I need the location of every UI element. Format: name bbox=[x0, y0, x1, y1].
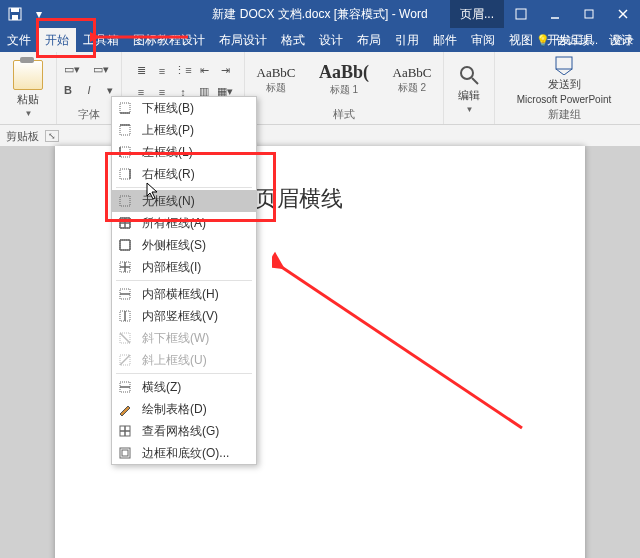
svg-rect-49 bbox=[122, 450, 128, 456]
login-link[interactable]: 登录 bbox=[612, 33, 634, 48]
menu-item-grid[interactable]: 查看网格线(G) bbox=[112, 420, 256, 442]
style-0[interactable]: AaBbC标题 bbox=[243, 62, 309, 98]
tell-me-icon: 💡 bbox=[536, 34, 550, 47]
numbering-button[interactable]: ≡ bbox=[152, 61, 172, 81]
menu-item-none[interactable]: 无框线(N) bbox=[112, 190, 256, 212]
menu-item-label: 斜下框线(W) bbox=[142, 330, 209, 347]
send-label: 发送到 bbox=[548, 77, 581, 92]
menu-item-label: 左框线(L) bbox=[142, 144, 193, 161]
menu-item-dialog[interactable]: 边框和底纹(O)... bbox=[112, 442, 256, 464]
close-button[interactable] bbox=[606, 0, 640, 28]
paste-button[interactable]: 粘贴 ▼ bbox=[9, 60, 47, 118]
svg-rect-19 bbox=[120, 196, 130, 206]
border-left-icon bbox=[116, 143, 134, 161]
menu-item-top[interactable]: 上框线(P) bbox=[112, 119, 256, 141]
menu-item-bottom[interactable]: 下框线(B) bbox=[112, 97, 256, 119]
border-diagDown-icon bbox=[116, 329, 134, 347]
increase-indent-button[interactable]: ⇥ bbox=[215, 61, 235, 81]
svg-rect-3 bbox=[516, 9, 526, 19]
tab-0[interactable]: 开始 bbox=[38, 28, 76, 52]
tell-me[interactable]: 告诉我... bbox=[556, 33, 598, 48]
font-size-dropdown[interactable]: ▭▾ bbox=[87, 59, 115, 79]
svg-rect-15 bbox=[120, 147, 130, 157]
border-insideV-icon bbox=[116, 307, 134, 325]
border-insideH-icon bbox=[116, 285, 134, 303]
border-grid-icon bbox=[116, 422, 134, 440]
menu-item-hr[interactable]: 横线(Z) bbox=[112, 376, 256, 398]
menu-item-label: 查看网格线(G) bbox=[142, 423, 219, 440]
border-outside-icon bbox=[116, 236, 134, 254]
tab-9[interactable]: 审阅 bbox=[464, 28, 502, 52]
menu-item-diagDown: 斜下框线(W) bbox=[112, 327, 256, 349]
font-family-dropdown[interactable]: ▭▾ bbox=[58, 59, 86, 79]
menu-item-label: 无框线(N) bbox=[142, 193, 195, 210]
italic-button[interactable]: I bbox=[79, 80, 99, 100]
edit-button[interactable]: 编辑 ▼ bbox=[454, 64, 484, 114]
menu-item-diagUp: 斜上框线(U) bbox=[112, 349, 256, 371]
tab-2[interactable]: 图标教程设计 bbox=[126, 28, 212, 52]
tab-file[interactable]: 文件 bbox=[0, 28, 38, 52]
decrease-indent-button[interactable]: ⇤ bbox=[194, 61, 214, 81]
style-1[interactable]: AaBb(标题 1 bbox=[311, 59, 377, 100]
tab-4[interactable]: 格式 bbox=[274, 28, 312, 52]
header-link[interactable]: 页眉... bbox=[450, 0, 504, 28]
svg-rect-13 bbox=[120, 125, 130, 135]
tab-3[interactable]: 布局设计 bbox=[212, 28, 274, 52]
svg-line-9 bbox=[472, 78, 478, 84]
menu-item-right[interactable]: 右框线(R) bbox=[112, 163, 256, 185]
bullets-button[interactable]: ≣ bbox=[131, 61, 151, 81]
maximize-button[interactable] bbox=[572, 0, 606, 28]
clipboard-label: 剪贴板 bbox=[6, 129, 39, 144]
menu-item-all[interactable]: 所有框线(A) bbox=[112, 212, 256, 234]
menu-item-inside[interactable]: 内部框线(I) bbox=[112, 256, 256, 278]
svg-point-8 bbox=[461, 67, 473, 79]
tab-7[interactable]: 引用 bbox=[388, 28, 426, 52]
send-icon bbox=[552, 55, 576, 75]
tab-10[interactable]: 视图 bbox=[502, 28, 540, 52]
border-top-icon bbox=[116, 121, 134, 139]
tab-5[interactable]: 设计 bbox=[312, 28, 350, 52]
menu-item-label: 下框线(B) bbox=[142, 100, 194, 117]
paste-label: 粘贴 bbox=[17, 92, 39, 107]
bold-button[interactable]: B bbox=[58, 80, 78, 100]
multilevel-button[interactable]: ⋮≡ bbox=[173, 61, 193, 81]
save-button[interactable] bbox=[4, 3, 26, 25]
tab-6[interactable]: 布局 bbox=[350, 28, 388, 52]
page-header-text: 页眉横线 bbox=[255, 184, 343, 214]
tab-8[interactable]: 邮件 bbox=[426, 28, 464, 52]
clipboard-pane-header: 剪贴板 ⤡ bbox=[0, 125, 640, 147]
menu-item-label: 内部竖框线(V) bbox=[142, 308, 218, 325]
edit-label: 编辑 bbox=[458, 88, 480, 103]
dialog-launcher-icon[interactable]: ⤡ bbox=[45, 130, 59, 142]
chevron-down-icon: ▼ bbox=[25, 109, 33, 118]
minimize-button[interactable] bbox=[538, 0, 572, 28]
svg-rect-2 bbox=[12, 15, 18, 20]
clipboard-icon bbox=[13, 60, 43, 90]
ribbon-options-icon[interactable] bbox=[504, 0, 538, 28]
menu-item-label: 外侧框线(S) bbox=[142, 237, 206, 254]
menu-item-outside[interactable]: 外侧框线(S) bbox=[112, 234, 256, 256]
menu-item-insideV[interactable]: 内部竖框线(V) bbox=[112, 305, 256, 327]
svg-rect-17 bbox=[120, 169, 130, 179]
border-bottom-icon bbox=[116, 99, 134, 117]
menu-item-left[interactable]: 左框线(L) bbox=[112, 141, 256, 163]
border-all-icon bbox=[116, 214, 134, 232]
svg-rect-1 bbox=[11, 8, 19, 12]
menu-item-label: 内部框线(I) bbox=[142, 259, 201, 276]
menu-item-insideH[interactable]: 内部横框线(H) bbox=[112, 283, 256, 305]
menu-item-draw[interactable]: 绘制表格(D) bbox=[112, 398, 256, 420]
group-new-label: 新建组 bbox=[548, 105, 581, 124]
qat-more-icon[interactable]: ▾ bbox=[28, 3, 50, 25]
svg-rect-10 bbox=[556, 57, 572, 69]
send-to-powerpoint-button[interactable]: 发送到 Microsoft PowerPoint bbox=[500, 55, 628, 105]
menu-item-label: 绘制表格(D) bbox=[142, 401, 207, 418]
border-dialog-icon bbox=[116, 444, 134, 462]
style-2[interactable]: AaBbC标题 2 bbox=[379, 62, 445, 98]
ribbon-tabs: 文件 开始工具箱图标教程设计布局设计格式设计布局引用邮件审阅视图开发工具设计 💡… bbox=[0, 28, 640, 52]
svg-rect-5 bbox=[585, 10, 593, 18]
menu-item-label: 上框线(P) bbox=[142, 122, 194, 139]
menu-item-label: 右框线(R) bbox=[142, 166, 195, 183]
tab-1[interactable]: 工具箱 bbox=[76, 28, 126, 52]
document-area: 页眉横线 bbox=[0, 146, 640, 558]
menu-item-label: 边框和底纹(O)... bbox=[142, 445, 229, 462]
